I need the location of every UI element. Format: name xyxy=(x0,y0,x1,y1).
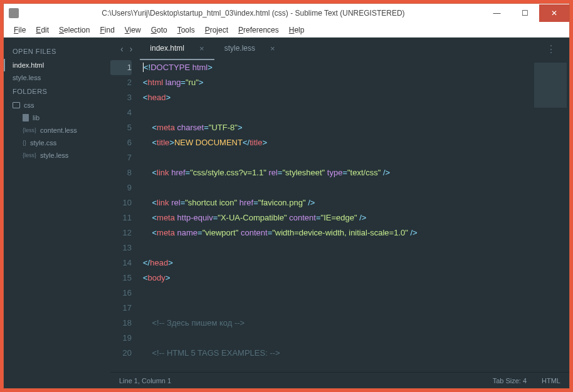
menubar: FileEditSelectionFindViewGotoToolsProjec… xyxy=(4,23,569,38)
file-item[interactable]: {less} style.less xyxy=(4,149,110,162)
line-number[interactable]: 12 xyxy=(110,225,132,240)
app-window: C:\Users\Yurij\Desktop\startup_html_03\i… xyxy=(3,3,570,389)
file-item[interactable]: {} style.css xyxy=(4,137,110,149)
overflow-menu-icon[interactable]: ⋮ xyxy=(546,43,564,55)
menu-tools[interactable]: Tools xyxy=(172,26,200,34)
tab-label: style.less xyxy=(224,44,255,53)
file-type-badge: {} xyxy=(23,140,26,146)
tabbar: ‹ › index.html×style.less× ⋮ xyxy=(110,38,569,60)
code-line[interactable] xyxy=(143,180,527,195)
file-type-badge: {less} xyxy=(23,127,36,133)
folder-icon xyxy=(13,102,20,108)
line-number[interactable]: 18 xyxy=(110,316,132,331)
line-number[interactable]: 16 xyxy=(110,286,132,301)
code-line[interactable] xyxy=(143,286,527,301)
file-item[interactable]: {less} content.less xyxy=(4,124,110,137)
file-type-badge: {less} xyxy=(23,152,36,158)
statusbar: Line 1, Column 1 Tab Size: 4 HTML xyxy=(110,372,569,388)
sidebar: OPEN FILES index.htmlstyle.less FOLDERS … xyxy=(4,38,110,388)
line-number[interactable]: 3 xyxy=(110,90,132,105)
openfiles-heading: OPEN FILES xyxy=(4,44,110,59)
nav-back-icon[interactable]: ‹ xyxy=(120,44,124,54)
code-line[interactable]: <!DOCTYPE html> xyxy=(143,60,527,75)
menu-edit[interactable]: Edit xyxy=(31,26,54,34)
tab[interactable]: style.less× xyxy=(214,38,285,60)
menu-project[interactable]: Project xyxy=(200,26,233,34)
maximize-button[interactable]: ☐ xyxy=(511,4,539,22)
code-line[interactable]: </head> xyxy=(143,255,527,271)
line-number[interactable]: 14 xyxy=(110,255,132,271)
titlebar[interactable]: C:\Users\Yurij\Desktop\startup_html_03\i… xyxy=(4,4,569,23)
folder-icon xyxy=(23,114,29,121)
line-number[interactable]: 4 xyxy=(110,105,132,120)
line-number[interactable]: 17 xyxy=(110,301,132,316)
window-title: C:\Users\Yurij\Desktop\startup_html_03\i… xyxy=(24,9,483,18)
minimap-content xyxy=(534,63,567,175)
line-number[interactable]: 2 xyxy=(110,75,132,90)
line-number[interactable]: 9 xyxy=(110,180,132,195)
line-number[interactable]: 10 xyxy=(110,195,132,210)
editor[interactable]: 1234567891011121314151617181920 <!DOCTYP… xyxy=(110,60,569,372)
line-number[interactable]: 5 xyxy=(110,120,132,135)
line-number[interactable]: 11 xyxy=(110,210,132,225)
tab-label: index.html xyxy=(150,44,184,53)
tab-close-icon[interactable]: × xyxy=(270,44,275,53)
code-line[interactable]: <link href="css/style.css?v=1.1" rel="st… xyxy=(143,165,527,180)
tab-close-icon[interactable]: × xyxy=(199,44,204,53)
menu-file[interactable]: File xyxy=(9,26,31,34)
code-line[interactable]: <body> xyxy=(143,271,527,286)
menu-find[interactable]: Find xyxy=(95,26,119,34)
menu-goto[interactable]: Goto xyxy=(146,26,172,34)
status-tabsize[interactable]: Tab Size: 4 xyxy=(493,377,527,384)
folder-root[interactable]: css xyxy=(4,99,110,111)
status-lang[interactable]: HTML xyxy=(542,377,560,384)
code-area[interactable]: <!DOCTYPE html><html lang="ru"><head> <m… xyxy=(138,60,532,372)
gutter: 1234567891011121314151617181920 xyxy=(110,60,138,372)
code-line[interactable] xyxy=(143,105,527,120)
close-button[interactable]: ✕ xyxy=(539,4,569,22)
menu-selection[interactable]: Selection xyxy=(54,26,95,34)
code-line[interactable] xyxy=(143,331,527,346)
code-line[interactable] xyxy=(143,240,527,255)
status-cursor[interactable]: Line 1, Column 1 xyxy=(119,377,171,384)
code-line[interactable]: <link rel="shortcut icon" href="favicon.… xyxy=(143,195,527,210)
line-number[interactable]: 13 xyxy=(110,240,132,255)
line-number[interactable]: 15 xyxy=(110,271,132,286)
code-line[interactable] xyxy=(143,301,527,316)
code-line[interactable]: <title>NEW DOCUMENT</title> xyxy=(143,135,527,150)
folder-item[interactable]: lib xyxy=(4,111,110,124)
folders-heading: FOLDERS xyxy=(4,84,110,99)
menu-view[interactable]: View xyxy=(120,26,146,34)
line-number[interactable]: 19 xyxy=(110,331,132,346)
code-line[interactable]: <meta http-equiv="X-UA-Compatible" conte… xyxy=(143,210,527,225)
code-line[interactable]: <!-- HTML 5 TAGS EXAMPLES: --> xyxy=(143,346,527,361)
minimap[interactable] xyxy=(532,60,569,372)
tab[interactable]: index.html× xyxy=(140,38,214,60)
folder-root-label: css xyxy=(24,101,34,109)
openfile-item[interactable]: index.html xyxy=(4,59,110,71)
nav-forward-icon[interactable]: › xyxy=(130,44,133,54)
code-line[interactable]: <head> xyxy=(143,90,527,105)
code-line[interactable] xyxy=(143,150,527,165)
line-number[interactable]: 20 xyxy=(110,346,132,361)
code-line[interactable]: <meta name="viewport" content="width=dev… xyxy=(143,225,527,240)
minimize-button[interactable]: — xyxy=(483,4,511,22)
code-line[interactable]: <!-- Здесь пишем код --> xyxy=(143,316,527,331)
menu-preferences[interactable]: Preferences xyxy=(233,26,284,34)
line-number[interactable]: 7 xyxy=(110,150,132,165)
app-icon xyxy=(9,8,19,18)
menu-help[interactable]: Help xyxy=(284,26,310,34)
line-number[interactable]: 1 xyxy=(110,60,132,75)
code-line[interactable]: <meta charset="UTF-8"> xyxy=(143,120,527,135)
openfile-item[interactable]: style.less xyxy=(4,71,110,84)
line-number[interactable]: 6 xyxy=(110,135,132,150)
line-number[interactable]: 8 xyxy=(110,165,132,180)
code-line[interactable]: <html lang="ru"> xyxy=(143,75,527,90)
